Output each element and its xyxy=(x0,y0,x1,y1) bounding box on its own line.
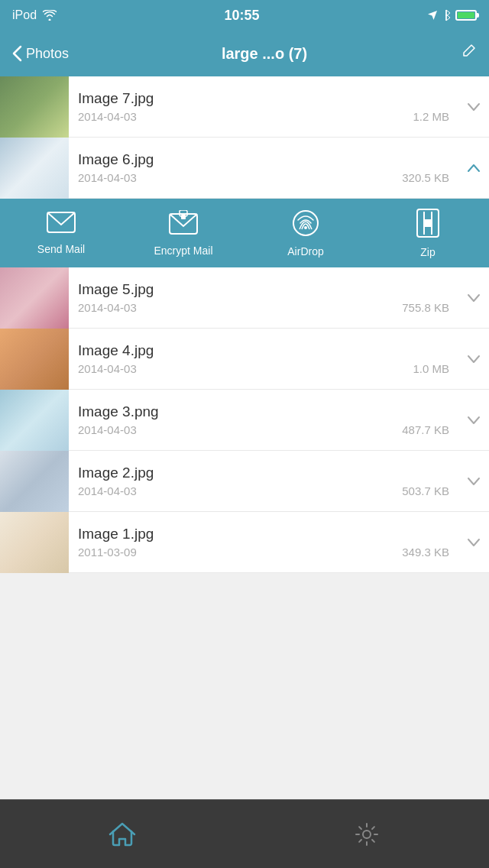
file-size: 1.2 MB xyxy=(413,110,449,123)
file-meta: 2014-04-03 1.2 MB xyxy=(78,110,449,123)
file-info: Image 3.png 2014-04-03 487.7 KB xyxy=(69,396,458,444)
list-item[interactable]: Image 2.jpg 2014-04-03 503.7 KB xyxy=(0,451,489,512)
airdrop-icon xyxy=(292,209,319,241)
file-date: 2014-04-03 xyxy=(78,362,137,375)
file-date: 2014-04-03 xyxy=(78,484,137,497)
file-date: 2011-03-09 xyxy=(78,546,137,559)
file-name: Image 1.jpg xyxy=(78,526,449,542)
file-size: 487.7 KB xyxy=(402,423,449,436)
action-label: Encrypt Mail xyxy=(154,245,212,257)
file-list-top: Image 7.jpg 2014-04-03 1.2 MB Image 6.jp… xyxy=(0,76,489,199)
file-meta: 2011-03-09 349.3 KB xyxy=(78,546,449,559)
action-label: AirDrop xyxy=(287,245,323,257)
back-button[interactable]: Photos xyxy=(12,45,69,62)
thumbnail-2 xyxy=(0,451,69,512)
thumbnail-4 xyxy=(0,329,69,390)
wifi-icon xyxy=(43,10,57,21)
thumbnail-3 xyxy=(0,390,69,451)
airdrop-button[interactable]: AirDrop xyxy=(244,209,367,257)
expand-chevron[interactable] xyxy=(458,293,489,303)
file-info: Image 7.jpg 2014-04-03 1.2 MB xyxy=(69,83,458,131)
collapse-chevron[interactable] xyxy=(458,164,489,173)
nav-bar: Photos large ...o (7) xyxy=(0,31,489,76)
expand-chevron[interactable] xyxy=(458,416,489,425)
expand-chevron[interactable] xyxy=(458,477,489,486)
file-date: 2014-04-03 xyxy=(78,110,137,123)
list-item[interactable]: Image 4.jpg 2014-04-03 1.0 MB xyxy=(0,329,489,390)
list-item[interactable]: Image 3.png 2014-04-03 487.7 KB xyxy=(0,390,489,451)
file-info: Image 6.jpg 2014-04-03 320.5 KB xyxy=(69,144,458,192)
thumbnail-5 xyxy=(0,267,69,329)
thumbnail-6 xyxy=(0,138,69,199)
list-item[interactable]: Image 6.jpg 2014-04-03 320.5 KB xyxy=(0,138,489,199)
back-chevron-icon xyxy=(12,45,23,62)
file-name: Image 4.jpg xyxy=(78,342,449,359)
file-meta: 2014-04-03 503.7 KB xyxy=(78,484,449,497)
svg-point-6 xyxy=(304,226,307,229)
encrypt-mail-button[interactable]: Encrypt Mail xyxy=(122,210,244,257)
expand-chevron[interactable] xyxy=(458,355,489,364)
file-meta: 2014-04-03 1.0 MB xyxy=(78,362,449,375)
edit-button[interactable] xyxy=(460,43,477,64)
location-icon xyxy=(427,10,438,21)
file-date: 2014-04-03 xyxy=(78,423,137,436)
status-right xyxy=(427,9,477,21)
status-left: iPod xyxy=(12,8,57,22)
envelope-icon xyxy=(47,212,76,238)
file-meta: 2014-04-03 487.7 KB xyxy=(78,423,449,436)
settings-tab[interactable] xyxy=(244,818,489,851)
file-name: Image 6.jpg xyxy=(78,151,449,168)
battery-icon xyxy=(455,10,477,21)
file-name: Image 5.jpg xyxy=(78,281,449,298)
action-bar: Send Mail Encrypt Mail xyxy=(0,199,489,267)
svg-point-11 xyxy=(363,831,371,838)
thumbnail-1 xyxy=(0,512,69,573)
file-info: Image 5.jpg 2014-04-03 755.8 KB xyxy=(69,274,458,322)
home-icon xyxy=(105,818,139,851)
file-name: Image 2.jpg xyxy=(78,465,449,481)
thumbnail-7 xyxy=(0,76,69,138)
file-name: Image 3.png xyxy=(78,403,449,420)
zip-icon xyxy=(416,209,439,241)
action-label: Zip xyxy=(420,246,435,258)
file-size: 320.5 KB xyxy=(402,171,449,184)
file-meta: 2014-04-03 320.5 KB xyxy=(78,171,449,184)
file-size: 1.0 MB xyxy=(413,362,449,375)
pencil-icon xyxy=(460,43,477,60)
file-list-bottom: Image 5.jpg 2014-04-03 755.8 KB Image 4.… xyxy=(0,267,489,573)
gear-icon xyxy=(350,818,384,851)
svg-point-5 xyxy=(293,211,318,235)
file-date: 2014-04-03 xyxy=(78,301,137,314)
svg-rect-4 xyxy=(181,215,186,219)
list-item[interactable]: Image 5.jpg 2014-04-03 755.8 KB xyxy=(0,267,489,329)
svg-rect-10 xyxy=(424,219,432,227)
file-name: Image 7.jpg xyxy=(78,90,449,107)
tab-bar xyxy=(0,799,489,868)
file-date: 2014-04-03 xyxy=(78,171,137,184)
file-info: Image 4.jpg 2014-04-03 1.0 MB xyxy=(69,335,458,383)
send-mail-button[interactable]: Send Mail xyxy=(0,212,122,255)
status-bar: iPod 10:55 xyxy=(0,0,489,31)
status-time: 10:55 xyxy=(224,8,259,24)
home-tab[interactable] xyxy=(0,818,244,851)
expand-chevron[interactable] xyxy=(458,102,489,112)
bluetooth-icon xyxy=(442,9,451,21)
expand-chevron[interactable] xyxy=(458,538,489,547)
page-title: large ...o (7) xyxy=(69,45,460,63)
file-info: Image 2.jpg 2014-04-03 503.7 KB xyxy=(69,457,458,505)
file-meta: 2014-04-03 755.8 KB xyxy=(78,301,449,314)
action-label: Send Mail xyxy=(37,243,85,255)
file-size: 755.8 KB xyxy=(402,301,449,314)
file-info: Image 1.jpg 2011-03-09 349.3 KB xyxy=(69,518,458,566)
device-label: iPod xyxy=(12,8,37,22)
encrypted-envelope-icon xyxy=(169,210,198,240)
zip-button[interactable]: Zip xyxy=(367,209,489,258)
back-label: Photos xyxy=(26,46,69,62)
file-size: 503.7 KB xyxy=(402,484,449,497)
file-size: 349.3 KB xyxy=(402,546,449,559)
list-item[interactable]: Image 7.jpg 2014-04-03 1.2 MB xyxy=(0,76,489,138)
list-item[interactable]: Image 1.jpg 2011-03-09 349.3 KB xyxy=(0,512,489,573)
